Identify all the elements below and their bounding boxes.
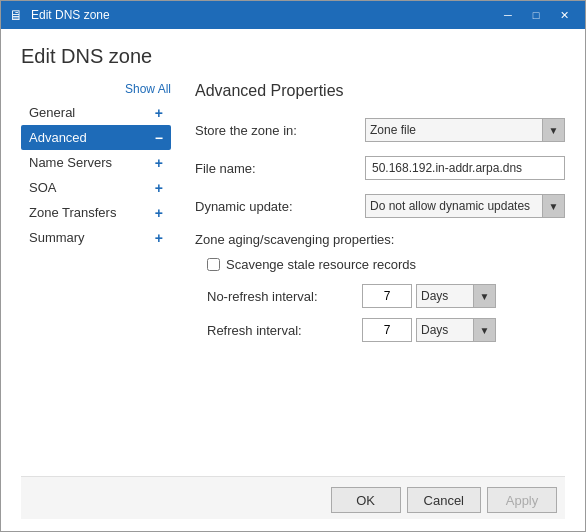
sidebar-label-name-servers: Name Servers xyxy=(29,155,112,170)
sidebar-icon-summary: + xyxy=(155,231,163,245)
sidebar-icon-general: + xyxy=(155,106,163,120)
close-button[interactable]: ✕ xyxy=(551,5,577,25)
sidebar-item-summary[interactable]: Summary + xyxy=(21,225,171,250)
refresh-label: Refresh interval: xyxy=(207,323,362,338)
no-refresh-row: No-refresh interval: Days Hours ▼ xyxy=(207,284,565,308)
zone-aging-section: Zone aging/scavenging properties: Scaven… xyxy=(195,232,565,342)
store-zone-select-wrapper[interactable]: Zone file Active Directory ▼ xyxy=(365,118,565,142)
apply-button[interactable]: Apply xyxy=(487,487,557,513)
store-zone-select[interactable]: Zone file Active Directory xyxy=(366,119,542,141)
dynamic-update-select-wrapper[interactable]: Do not allow dynamic updates Allow nonse… xyxy=(365,194,565,218)
refresh-unit-arrow[interactable]: ▼ xyxy=(473,319,495,341)
section-title: Advanced Properties xyxy=(195,82,565,100)
file-name-control xyxy=(365,156,565,180)
sidebar-label-general: General xyxy=(29,105,75,120)
sidebar-label-zone-transfers: Zone Transfers xyxy=(29,205,116,220)
content-panel: Advanced Properties Store the zone in: Z… xyxy=(191,82,565,476)
dynamic-update-dropdown-arrow[interactable]: ▼ xyxy=(542,195,564,217)
maximize-button[interactable]: □ xyxy=(523,5,549,25)
show-all-row: Show All xyxy=(21,82,171,96)
title-bar-buttons: ─ □ ✕ xyxy=(495,5,577,25)
refresh-input[interactable] xyxy=(362,318,412,342)
page-title: Edit DNS zone xyxy=(21,45,565,68)
sidebar-item-general[interactable]: General + xyxy=(21,100,171,125)
store-zone-control: Zone file Active Directory ▼ xyxy=(365,118,565,142)
show-all-link[interactable]: Show All xyxy=(125,82,171,96)
dynamic-update-row: Dynamic update: Do not allow dynamic upd… xyxy=(195,194,565,218)
sidebar-label-summary: Summary xyxy=(29,230,85,245)
store-zone-label: Store the zone in: xyxy=(195,123,365,138)
file-name-input[interactable] xyxy=(365,156,565,180)
minimize-button[interactable]: ─ xyxy=(495,5,521,25)
no-refresh-unit-arrow[interactable]: ▼ xyxy=(473,285,495,307)
dynamic-update-select[interactable]: Do not allow dynamic updates Allow nonse… xyxy=(366,195,542,217)
refresh-row: Refresh interval: Days Hours ▼ xyxy=(207,318,565,342)
no-refresh-unit-select[interactable]: Days Hours xyxy=(417,285,473,307)
sidebar-icon-name-servers: + xyxy=(155,156,163,170)
title-bar-text: Edit DNS zone xyxy=(31,8,495,22)
zone-aging-title: Zone aging/scavenging properties: xyxy=(195,232,565,247)
scavenge-label[interactable]: Scavenge stale resource records xyxy=(226,257,416,272)
dynamic-update-control: Do not allow dynamic updates Allow nonse… xyxy=(365,194,565,218)
file-name-row: File name: xyxy=(195,156,565,180)
dynamic-update-label: Dynamic update: xyxy=(195,199,365,214)
no-refresh-input[interactable] xyxy=(362,284,412,308)
sidebar: Show All General + Advanced − Name Serve… xyxy=(21,82,171,476)
sidebar-item-zone-transfers[interactable]: Zone Transfers + xyxy=(21,200,171,225)
cancel-button[interactable]: Cancel xyxy=(407,487,481,513)
sidebar-icon-zone-transfers: + xyxy=(155,206,163,220)
store-zone-row: Store the zone in: Zone file Active Dire… xyxy=(195,118,565,142)
sidebar-item-advanced[interactable]: Advanced − xyxy=(21,125,171,150)
refresh-unit-select[interactable]: Days Hours xyxy=(417,319,473,341)
file-name-label: File name: xyxy=(195,161,365,176)
main-window: 🖥 Edit DNS zone ─ □ ✕ Edit DNS zone Show… xyxy=(0,0,586,532)
footer: OK Cancel Apply xyxy=(21,476,565,519)
window-icon: 🖥 xyxy=(9,7,25,23)
sidebar-item-name-servers[interactable]: Name Servers + xyxy=(21,150,171,175)
no-refresh-label: No-refresh interval: xyxy=(207,289,362,304)
main-content: Show All General + Advanced − Name Serve… xyxy=(21,82,565,476)
sidebar-icon-advanced: − xyxy=(155,131,163,145)
refresh-unit-wrapper[interactable]: Days Hours ▼ xyxy=(416,318,496,342)
sidebar-label-soa: SOA xyxy=(29,180,56,195)
sidebar-label-advanced: Advanced xyxy=(29,130,87,145)
no-refresh-unit-wrapper[interactable]: Days Hours ▼ xyxy=(416,284,496,308)
window-body: Edit DNS zone Show All General + Advance… xyxy=(1,29,585,531)
scavenge-checkbox[interactable] xyxy=(207,258,220,271)
ok-button[interactable]: OK xyxy=(331,487,401,513)
scavenge-row: Scavenge stale resource records xyxy=(207,257,565,272)
store-zone-dropdown-arrow[interactable]: ▼ xyxy=(542,119,564,141)
sidebar-icon-soa: + xyxy=(155,181,163,195)
title-bar: 🖥 Edit DNS zone ─ □ ✕ xyxy=(1,1,585,29)
sidebar-item-soa[interactable]: SOA + xyxy=(21,175,171,200)
